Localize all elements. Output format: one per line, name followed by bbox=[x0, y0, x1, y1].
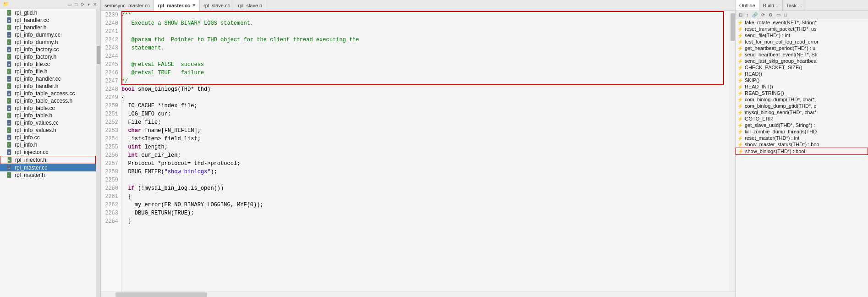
line-number-2257: 2257 bbox=[104, 160, 118, 168]
file-item-rpl_injector.cc[interactable]: ccrpl_injector.cc bbox=[0, 148, 96, 156]
line-number-2248: 2248 bbox=[104, 85, 118, 94]
outline-item-11[interactable]: ⚡READ_STRING() bbox=[736, 90, 868, 96]
outline-function-icon: ⚡ bbox=[737, 46, 743, 51]
outline-function-icon: ⚡ bbox=[737, 72, 743, 77]
explorer-scrollbar[interactable] bbox=[96, 9, 100, 297]
outline-item-4[interactable]: ⚡get_heartbeat_period(THD*) : u bbox=[736, 45, 868, 51]
project-explorer-panel: 📁 ▭ □ ⟳ ▾ ✕ hrpl_gtid.hccrpl_handler.cch… bbox=[0, 0, 101, 297]
outline-item-6[interactable]: ⚡send_last_skip_group_heartbea bbox=[736, 58, 868, 64]
minimize-icon[interactable]: ▭ bbox=[66, 1, 72, 7]
file-name: rpl_injector.cc bbox=[15, 149, 48, 155]
file-item-rpl_info_handler.h[interactable]: hrpl_info_handler.h bbox=[0, 82, 96, 90]
outline-item-17[interactable]: ⚡kill_zombie_dump_threads(THD bbox=[736, 128, 868, 135]
outline-refresh-btn[interactable]: ⟳ bbox=[760, 12, 766, 18]
file-item-rpl_info_table.cc[interactable]: ccrpl_info_table.cc bbox=[0, 104, 96, 112]
tab-label: rpl_slave.cc bbox=[203, 3, 230, 8]
outline-item-14[interactable]: ⚡mysql_binlog_send(THD*, char* bbox=[736, 109, 868, 116]
outline-item-2[interactable]: ⚡send_file(THD*) : int bbox=[736, 32, 868, 38]
file-item-rpl_handler.h[interactable]: hrpl_handler.h bbox=[0, 24, 96, 31]
file-item-rpl_info.cc[interactable]: ccrpl_info.cc bbox=[0, 134, 96, 141]
vertical-scrollbar[interactable] bbox=[730, 11, 735, 292]
file-icon-cc: cc bbox=[6, 149, 13, 155]
outline-item-3[interactable]: ⚡test_for_non_eof_log_read_error bbox=[736, 38, 868, 45]
file-name: rpl_info_handler.cc bbox=[15, 76, 61, 82]
tab-semisync_master-cc[interactable]: semisync_master.cc bbox=[101, 0, 154, 11]
line-number-2244: 2244 bbox=[104, 52, 118, 60]
file-item-rpl_master.h[interactable]: hrpl_master.h bbox=[0, 171, 96, 179]
explorer-scrollbar-thumb[interactable] bbox=[97, 46, 100, 64]
file-item-rpl_info_handler.cc[interactable]: ccrpl_info_handler.cc bbox=[0, 75, 96, 82]
svg-text:cc: cc bbox=[8, 93, 11, 95]
file-item-rpl_injector.h[interactable]: hrpl_injector.h bbox=[0, 156, 96, 164]
file-name: rpl_handler.h bbox=[15, 24, 46, 31]
project-explorer-header: 📁 ▭ □ ⟳ ▾ ✕ bbox=[0, 0, 100, 9]
outline-function-icon: ⚡ bbox=[737, 52, 743, 57]
outline-item-12[interactable]: ⚡com_binlog_dump(THD*, char*, bbox=[736, 96, 868, 103]
file-item-rpl_info_values.h[interactable]: hrpl_info_values.h bbox=[0, 126, 96, 134]
outline-item-15[interactable]: ⚡GOTO_ERR bbox=[736, 116, 868, 122]
file-item-rpl_info_dummy.cc[interactable]: ccrpl_info_dummy.cc bbox=[0, 31, 96, 38]
file-item-rpl_handler.cc[interactable]: ccrpl_handler.cc bbox=[0, 16, 96, 24]
line-number-2241: 2241 bbox=[104, 28, 118, 36]
collapse-icon[interactable]: ▾ bbox=[87, 1, 91, 7]
file-item-rpl_info_table.h[interactable]: hrpl_info_table.h bbox=[0, 112, 96, 119]
outline-function-icon: ⚡ bbox=[737, 129, 743, 134]
vertical-scrollbar-thumb[interactable] bbox=[731, 13, 735, 41]
tab-rpl_master-cc[interactable]: rpl_master.cc✕ bbox=[154, 0, 200, 11]
outline-item-label: send_file(THD*) : int bbox=[745, 33, 790, 38]
outline-item-18[interactable]: ⚡reset_master(THD*) : int bbox=[736, 135, 868, 141]
file-item-rpl_info_file.h[interactable]: hrpl_info_file.h bbox=[0, 68, 96, 75]
sync-icon[interactable]: ⟳ bbox=[80, 1, 85, 7]
svg-text:h: h bbox=[8, 129, 9, 132]
outline-function-icon: ⚡ bbox=[737, 65, 743, 70]
file-item-rpl_info_factory.cc[interactable]: ccrpl_info_factory.cc bbox=[0, 46, 96, 53]
outline-tab-0[interactable]: Outline bbox=[736, 0, 759, 11]
file-name: rpl_info_file.cc bbox=[15, 61, 50, 67]
code-content[interactable]: /** Execute a SHOW BINARY LOGS statement… bbox=[121, 11, 730, 292]
line-number-2243: 2243 bbox=[104, 44, 118, 52]
file-item-rpl_info_table_access.h[interactable]: hrpl_info_table_access.h bbox=[0, 97, 96, 104]
file-item-rpl_gtid.h[interactable]: hrpl_gtid.h bbox=[0, 9, 96, 16]
outline-item-5[interactable]: ⚡send_heartbeat_event(NET*, Str bbox=[736, 51, 868, 58]
outline-link-btn[interactable]: 🔗 bbox=[751, 12, 759, 18]
close-icon[interactable]: ✕ bbox=[92, 1, 98, 7]
tab-rpl_slave-cc[interactable]: rpl_slave.cc bbox=[200, 0, 234, 11]
outline-item-20[interactable]: ⚡show_binlogs(THD*) : bool bbox=[736, 148, 868, 155]
outline-item-8[interactable]: ⚡READ() bbox=[736, 71, 868, 77]
file-item-rpl_info_table_access.cc[interactable]: ccrpl_info_table_access.cc bbox=[0, 90, 96, 97]
outline-item-7[interactable]: ⚡CHECK_PACKET_SIZE() bbox=[736, 64, 868, 71]
outline-item-9[interactable]: ⚡SKIP() bbox=[736, 77, 868, 83]
outline-item-16[interactable]: ⚡get_slave_uuid(THD*, String*) : bbox=[736, 122, 868, 128]
outline-item-1[interactable]: ⚡reset_transmit_packet(THD*, us bbox=[736, 26, 868, 32]
outline-min-btn[interactable]: ▭ bbox=[775, 12, 782, 18]
h-scrollbar-thumb[interactable] bbox=[115, 292, 207, 297]
horizontal-scrollbar[interactable] bbox=[101, 292, 735, 297]
outline-function-icon: ⚡ bbox=[737, 91, 743, 96]
outline-settings-btn[interactable]: ⚙ bbox=[767, 12, 774, 18]
outline-tab-1[interactable]: Build... bbox=[759, 0, 783, 11]
file-item-rpl_info_values.cc[interactable]: ccrpl_info_values.cc bbox=[0, 119, 96, 126]
outline-item-10[interactable]: ⚡READ_INT() bbox=[736, 83, 868, 90]
outline-collapse-all-btn[interactable]: ⊟ bbox=[737, 12, 744, 18]
tab-label: rpl_master.cc bbox=[158, 3, 190, 8]
tab-rpl_slave-h[interactable]: rpl_slave.h bbox=[234, 0, 266, 11]
code-line-2248: bool show_binlogs(THD* thd) bbox=[121, 85, 730, 94]
file-item-rpl_info.h[interactable]: hrpl_info.h bbox=[0, 141, 96, 148]
file-item-rpl_info_dummy.h[interactable]: hrpl_info_dummy.h bbox=[0, 38, 96, 46]
file-name: rpl_info_table.cc bbox=[15, 105, 55, 111]
outline-sort-btn[interactable]: ↕ bbox=[745, 12, 750, 18]
outline-item-label: show_binlogs(THD*) : bool bbox=[745, 148, 805, 154]
svg-text:h: h bbox=[8, 115, 9, 117]
outline-tab-2[interactable]: Task ... bbox=[783, 0, 807, 11]
outline-item-0[interactable]: ⚡fake_rotate_event(NET*, String* bbox=[736, 19, 868, 26]
outline-item-19[interactable]: ⚡show_master_status(THD*) : boo bbox=[736, 141, 868, 148]
maximize-icon[interactable]: □ bbox=[74, 1, 78, 7]
outline-item-label: test_for_non_eof_log_read_error bbox=[745, 39, 819, 44]
line-number-2239: 2239 bbox=[104, 11, 118, 19]
outline-item-13[interactable]: ⚡com_binlog_dump_gtid(THD*, c bbox=[736, 103, 868, 109]
tab-close-btn[interactable]: ✕ bbox=[192, 3, 196, 8]
file-item-rpl_info_factory.h[interactable]: hrpl_info_factory.h bbox=[0, 53, 96, 60]
outline-max-btn[interactable]: □ bbox=[783, 12, 788, 18]
file-item-rpl_info_file.cc[interactable]: ccrpl_info_file.cc bbox=[0, 60, 96, 68]
file-item-rpl_master.cc[interactable]: ccrpl_master.cc bbox=[0, 164, 96, 171]
